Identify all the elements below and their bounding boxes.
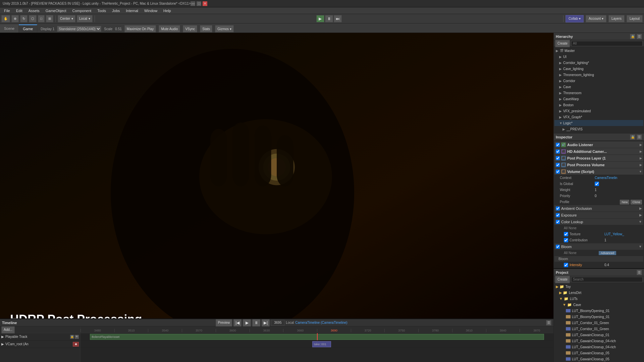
hd-camera-checkbox[interactable] [556, 149, 560, 154]
step-btn[interactable]: ⏭ [334, 15, 342, 22]
tab-game[interactable]: Game [19, 24, 37, 33]
play-btn[interactable]: ▶ [316, 15, 324, 22]
effect-ambient-occlusion[interactable]: Ambient Occlusion ▶ [554, 205, 643, 212]
comp-audio-listener[interactable]: 🔊 Audio Listener ▶ [554, 141, 643, 148]
mute-audio-btn[interactable]: Mute Audio [159, 25, 180, 33]
comp-pp-volume[interactable]: ⬛ Post Process Volume ▶ [554, 162, 643, 168]
hierarchy-item-cavewarp[interactable]: ▶ CaveWarp [554, 96, 643, 102]
inspector-menu-btn[interactable]: ☰ [637, 134, 642, 140]
stats-btn[interactable]: Stats [200, 25, 212, 33]
pp-volume-checkbox[interactable] [556, 163, 560, 167]
hierarchy-item-logic[interactable]: ▼ Logic* [554, 120, 643, 126]
is-global-checkbox[interactable] [595, 182, 599, 186]
bloom-advanced-btn[interactable]: Advanced [599, 251, 616, 255]
comp-pp-layer[interactable]: ⬛ Post Process Layer (1 ▶ [554, 155, 643, 162]
comp-hd-camera[interactable]: ⬛ HD Additional Camer... ▶ [554, 148, 643, 155]
timeline-track-vcam[interactable]: take::001 [80, 341, 553, 348]
hierarchy-item-vfx-graph[interactable]: ▶ VFX_Graph* [554, 114, 643, 120]
center-dropdown[interactable]: Center ▾ [58, 15, 75, 22]
project-item-lut-2[interactable]: LUT_BloomyOpening_01 [554, 314, 643, 320]
vsync-btn[interactable]: VSync [183, 25, 197, 33]
project-item-lensdirt[interactable]: ▶ 📁 LensDirt [554, 290, 643, 296]
tab-scene[interactable]: Scene [0, 24, 19, 33]
menu-edit[interactable]: Edit [13, 7, 25, 14]
collab-btn[interactable]: Collab ▾ [566, 15, 584, 22]
track-record-btn[interactable]: ◉ [73, 342, 79, 347]
timeline-frame-input[interactable] [271, 320, 284, 326]
project-item-lut-6[interactable]: LUT_GawainCloseup_04-rich [554, 338, 643, 344]
menu-help[interactable]: Help [161, 7, 174, 14]
project-content[interactable]: ▶ 📁 Toy ▶ 📁 LensDirt ▼ 📁 LUTs ▼ 📁 Cave L… [554, 283, 644, 362]
layout-btn[interactable]: Layout [627, 15, 643, 22]
new-profile-btn[interactable]: New [620, 200, 629, 204]
effect-exposure[interactable]: Exposure ▶ [554, 212, 643, 219]
menu-internal[interactable]: Internal [123, 7, 141, 14]
inspector-lock-btn[interactable]: 🔒 [630, 134, 635, 140]
timeline-pause-btn[interactable]: ⏸ [252, 319, 260, 326]
hierarchy-menu-btn[interactable]: ☰ [637, 34, 642, 39]
project-item-cave[interactable]: ▼ 📁 Cave [554, 302, 643, 308]
account-btn[interactable]: Account ▾ [586, 15, 606, 22]
hierarchy-item-throneroom-lighting[interactable]: ▶ Throneroom_lighting [554, 72, 643, 78]
bloom-checkbox[interactable] [556, 245, 560, 249]
menu-window[interactable]: Window [142, 7, 160, 14]
hierarchy-item-corridor[interactable]: ▶ Corridor [554, 78, 643, 84]
minimize-btn[interactable]: — [191, 1, 195, 6]
hierarchy-item-previs[interactable]: ▶ __PREVIS [554, 126, 643, 132]
tool-scale[interactable]: ⬡ [29, 15, 37, 22]
close-btn[interactable]: ✕ [203, 1, 207, 6]
menu-file[interactable]: File [1, 7, 13, 14]
pause-btn[interactable]: ⏸ [325, 15, 333, 22]
timeline-add-btn[interactable]: Add... [1, 326, 15, 334]
hierarchy-item-vfx-presim[interactable]: ▶ VFX_presimulated [554, 108, 643, 114]
effect-bloom[interactable]: Bloom ▼ [554, 243, 643, 250]
project-item-lut-7[interactable]: LUT_GawainCloseup_04-rich [554, 344, 643, 350]
timeline-play-btn[interactable]: ▶ [243, 319, 251, 326]
hierarchy-lock-btn[interactable]: 🔒 [630, 34, 635, 39]
hierarchy-item-cave-lighting[interactable]: ▶ Cave_lighting [554, 66, 643, 72]
project-item-lut-8[interactable]: LUT_GawainCloseup_05 [554, 350, 643, 356]
tool-move[interactable]: ⊕ [11, 15, 19, 22]
gizmos-btn[interactable]: Gizmos ▾ [215, 25, 234, 33]
project-item-lut-5[interactable]: LUT_GawainCloseup_01 [554, 332, 643, 338]
comp-volume-script[interactable]: ⬛ Volume (Script) ▼ [554, 168, 643, 175]
track-lock-btn[interactable]: 🔒 [70, 335, 74, 339]
hierarchy-search[interactable] [571, 41, 643, 46]
effect-color-lookup[interactable]: Color Lookup ▼ [554, 219, 643, 225]
maximize-btn[interactable]: □ [197, 1, 201, 6]
exposure-checkbox[interactable] [556, 213, 560, 217]
project-item-lut-4[interactable]: LUT_Corridor_01_Green [554, 326, 643, 332]
timeline-menu-btn[interactable]: ☰ [546, 320, 551, 325]
maximize-play-btn[interactable]: Maximize On Play [124, 25, 156, 33]
clip-take[interactable]: take::001 [312, 341, 331, 347]
pp-layer-checkbox[interactable] [556, 156, 560, 160]
hierarchy-item-corridor-lighting[interactable]: ▶ Corridor_lighting* [554, 60, 643, 66]
project-item-lut-3[interactable]: LUT_Corridor_01_Green [554, 320, 643, 326]
timeline-next-btn[interactable]: ▶| [262, 319, 270, 326]
resolution-select[interactable]: Standalone (2560x1440) [57, 26, 101, 32]
track-visibility-btn[interactable]: 👁 [75, 335, 79, 339]
hierarchy-item-cave[interactable]: ▶ Cave [554, 84, 643, 90]
menu-assets[interactable]: Assets [26, 7, 42, 14]
hierarchy-item-ui2[interactable]: ▶ UI [554, 132, 643, 133]
tool-hand[interactable]: ✋ [1, 15, 10, 22]
hierarchy-list[interactable]: ▶ 🎬 Master ▶ UI ▶ Corridor_lighting* ▶ [554, 47, 644, 133]
local-dropdown[interactable]: Local ▾ [77, 15, 93, 22]
tool-rotate[interactable]: ↻ [20, 15, 28, 22]
tool-transform[interactable]: ⊞ [46, 15, 53, 22]
project-menu-btn[interactable]: ☰ [637, 270, 642, 275]
ambient-occlusion-checkbox[interactable] [556, 206, 560, 210]
clone-profile-btn[interactable]: Clone [631, 200, 642, 204]
hierarchy-item-throneroom[interactable]: ▶ Throneroom [554, 90, 643, 96]
project-item-lut-1[interactable]: LUT_BloomyOpening_01 [554, 308, 643, 314]
hierarchy-item-ui[interactable]: ▶ UI [554, 54, 643, 60]
timeline-preview-btn[interactable]: Preview [216, 319, 232, 326]
timeline-track-playable[interactable]: BoleroPlayableAsset [80, 333, 553, 341]
menu-tools[interactable]: Tools [95, 7, 109, 14]
audio-listener-checkbox[interactable] [556, 143, 560, 147]
project-create-btn[interactable]: Create [555, 276, 570, 283]
project-item-lut-9[interactable]: LUT_GawainCloseup_05 [554, 356, 643, 362]
timeline-prev-btn[interactable]: |◀ [233, 319, 241, 326]
cl-texture-checkbox[interactable] [564, 232, 568, 236]
hierarchy-item-master[interactable]: ▶ 🎬 Master [554, 48, 643, 54]
